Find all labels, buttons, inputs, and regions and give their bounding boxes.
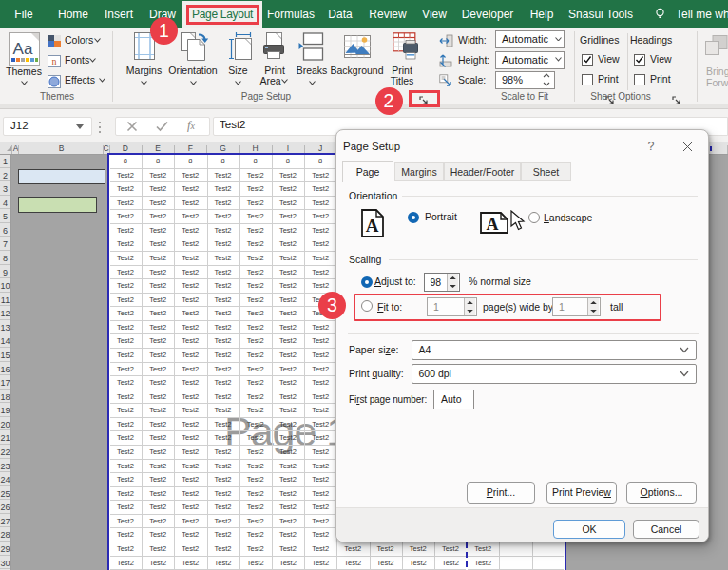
svg-text:A: A	[366, 216, 379, 236]
svg-text:A: A	[487, 215, 499, 234]
svg-text:Aa: Aa	[13, 40, 33, 58]
svg-text:n: n	[52, 56, 57, 66]
